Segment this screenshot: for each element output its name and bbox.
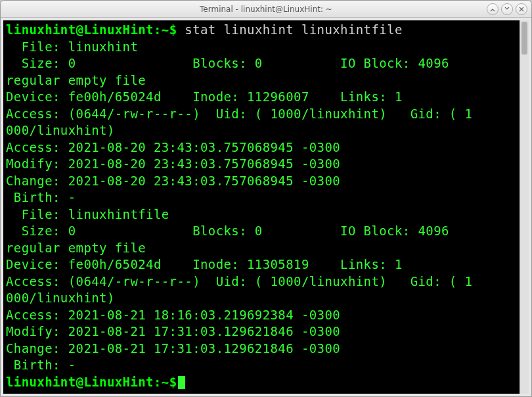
terminal-window: Terminal - linuxhint@LinuxHint: ~ linuxh… (0, 0, 532, 397)
output-line: Birth: - (6, 357, 517, 374)
output-line: File: linuxhint (6, 39, 517, 56)
prompt-sep: : (154, 375, 162, 389)
output-line: File: linuxhintfile (6, 206, 517, 223)
output-line: Device: fe00h/65024d Inode: 11296007 Lin… (6, 89, 517, 106)
window-title: Terminal - linuxhint@LinuxHint: ~ (200, 5, 332, 14)
command-text: stat linuxhint linuxhintfile (185, 22, 403, 37)
maximize-button[interactable] (501, 3, 513, 15)
output-line: Change: 2021-08-20 23:43:03.757068945 -0… (6, 173, 517, 190)
output-line: Modify: 2021-08-20 23:43:03.757068945 -0… (6, 156, 517, 173)
output-line: Access: (0644/-rw-r--r--) Uid: ( 1000/li… (6, 273, 517, 291)
close-button[interactable] (516, 3, 527, 15)
output-line: Access: 2021-08-20 23:43:03.757068945 -0… (6, 139, 517, 156)
titlebar[interactable]: Terminal - linuxhint@LinuxHint: ~ (1, 1, 531, 18)
output-line: Access: 2021-08-21 18:16:03.219692384 -0… (6, 307, 517, 324)
output-line: regular empty file (6, 72, 517, 89)
output-line: Size: 0 Blocks: 0 IO Block: 4096 (6, 55, 517, 72)
output-line: 000/linuxhint) (6, 122, 517, 139)
output-line: Device: fe00h/65024d Inode: 11305819 Lin… (6, 256, 517, 273)
prompt-dollar: $ (169, 22, 177, 37)
prompt-dollar: $ (169, 375, 177, 389)
prompt-sep: : (154, 22, 162, 37)
output-line: Modify: 2021-08-21 17:31:03.129621846 -0… (6, 323, 517, 340)
cursor (178, 376, 185, 389)
output-line: regular empty file (6, 240, 517, 257)
terminal-frame: linuxhint@LinuxHint:~$ stat linuxhint li… (1, 18, 531, 396)
scrollbar[interactable] (520, 20, 529, 394)
window-controls (487, 3, 527, 15)
output-line: Access: (0644/-rw-r--r--) Uid: ( 1000/li… (6, 106, 517, 123)
output-line: 000/linuxhint) (6, 290, 517, 307)
prompt-path: ~ (162, 375, 169, 389)
minimize-button[interactable] (487, 3, 499, 15)
terminal-content[interactable]: linuxhint@LinuxHint:~$ stat linuxhint li… (3, 20, 520, 394)
output-line: Size: 0 Blocks: 0 IO Block: 4096 (6, 223, 517, 240)
output-line: Birth: - (6, 189, 517, 206)
command-text (177, 22, 185, 37)
prompt-userhost: linuxhint@LinuxHint (6, 22, 154, 37)
prompt-userhost: linuxhint@LinuxHint (6, 375, 154, 389)
scroll-thumb[interactable] (521, 22, 527, 55)
prompt-path: ~ (162, 22, 169, 37)
output-line: Change: 2021-08-21 17:31:03.129621846 -0… (6, 340, 517, 358)
